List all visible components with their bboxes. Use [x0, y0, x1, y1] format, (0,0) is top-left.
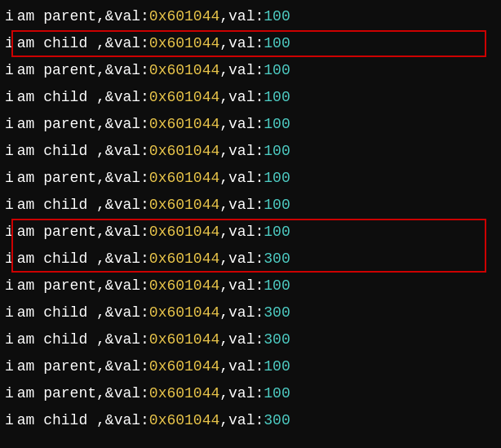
terminal-output: i am parent,&val: 0x601044,val: 100i am …	[0, 0, 501, 448]
terminal-line: i am child ,&val: 0x601044,val: 300	[5, 407, 496, 434]
line-indicator: i	[5, 246, 14, 273]
line-text: am parent,&val:	[17, 380, 149, 407]
line-val: 100	[264, 57, 290, 84]
line-text: am child ,&val:	[17, 192, 149, 219]
terminal-line: i am parent,&val: 0x601044,val: 100	[5, 219, 496, 246]
terminal-line: i am parent,&val: 0x601044,val: 100	[5, 353, 496, 380]
line-indicator: i	[5, 380, 14, 407]
line-comma: ,val:	[219, 299, 264, 326]
line-comma: ,val:	[219, 165, 264, 192]
line-comma: ,val:	[219, 3, 264, 30]
terminal-line: i am parent,&val: 0x601044,val: 100	[5, 165, 496, 192]
line-val: 100	[264, 353, 290, 380]
line-text: am parent,&val:	[17, 219, 149, 246]
line-addr: 0x601044	[149, 30, 219, 57]
line-comma: ,val:	[219, 380, 264, 407]
line-indicator: i	[5, 30, 14, 57]
line-text: am parent,&val:	[17, 3, 149, 30]
line-val: 300	[264, 299, 290, 326]
line-addr: 0x601044	[149, 353, 219, 380]
line-comma: ,val:	[219, 57, 264, 84]
line-addr: 0x601044	[149, 273, 219, 299]
line-comma: ,val:	[219, 246, 264, 273]
line-comma: ,val:	[219, 30, 264, 57]
line-indicator: i	[5, 219, 14, 246]
terminal-line: i am child ,&val: 0x601044,val: 100	[5, 192, 496, 219]
line-text: am child ,&val:	[17, 407, 149, 434]
line-val: 100	[264, 273, 290, 299]
line-addr: 0x601044	[149, 84, 219, 111]
line-text: am child ,&val:	[17, 246, 149, 273]
line-addr: 0x601044	[149, 165, 219, 192]
line-indicator: i	[5, 165, 14, 192]
line-addr: 0x601044	[149, 407, 219, 434]
line-text: am parent,&val:	[17, 111, 149, 138]
line-val: 300	[264, 407, 290, 434]
terminal-line: i am parent,&val: 0x601044,val: 100	[5, 111, 496, 138]
line-indicator: i	[5, 192, 14, 219]
terminal-line: i am child ,&val: 0x601044,val: 300	[5, 326, 496, 353]
line-val: 100	[264, 165, 290, 192]
line-text: am child ,&val:	[17, 30, 149, 57]
line-comma: ,val:	[219, 138, 264, 165]
line-indicator: i	[5, 299, 14, 326]
line-text: am parent,&val:	[17, 57, 149, 84]
line-val: 100	[264, 219, 290, 246]
line-comma: ,val:	[219, 273, 264, 299]
line-indicator: i	[5, 353, 14, 380]
line-text: am child ,&val:	[17, 84, 149, 111]
terminal-line: i am parent,&val: 0x601044,val: 100	[5, 380, 496, 407]
line-text: am parent,&val:	[17, 353, 149, 380]
terminal-line: i am parent,&val: 0x601044,val: 100	[5, 3, 496, 30]
line-comma: ,val:	[219, 84, 264, 111]
line-val: 300	[264, 326, 290, 353]
line-addr: 0x601044	[149, 57, 219, 84]
line-val: 300	[264, 246, 290, 273]
terminal-line: i am child ,&val: 0x601044,val: 300	[5, 299, 496, 326]
terminal-line: i am child ,&val: 0x601044,val: 100	[5, 138, 496, 165]
line-indicator: i	[5, 57, 14, 84]
line-indicator: i	[5, 111, 14, 138]
line-val: 100	[264, 192, 290, 219]
line-addr: 0x601044	[149, 192, 219, 219]
terminal-line: i am child ,&val: 0x601044,val: 300	[5, 246, 496, 273]
line-addr: 0x601044	[149, 111, 219, 138]
line-comma: ,val:	[219, 407, 264, 434]
line-indicator: i	[5, 3, 14, 30]
line-comma: ,val:	[219, 326, 264, 353]
line-val: 100	[264, 30, 290, 57]
line-addr: 0x601044	[149, 380, 219, 407]
terminal-line: i am child ,&val: 0x601044,val: 100	[5, 30, 496, 57]
line-comma: ,val:	[219, 219, 264, 246]
line-addr: 0x601044	[149, 219, 219, 246]
line-text: am child ,&val:	[17, 138, 149, 165]
line-indicator: i	[5, 407, 14, 434]
line-indicator: i	[5, 273, 14, 299]
line-addr: 0x601044	[149, 138, 219, 165]
line-val: 100	[264, 138, 290, 165]
line-comma: ,val:	[219, 353, 264, 380]
line-comma: ,val:	[219, 192, 264, 219]
line-addr: 0x601044	[149, 3, 219, 30]
line-val: 100	[264, 111, 290, 138]
line-comma: ,val:	[219, 111, 264, 138]
line-addr: 0x601044	[149, 246, 219, 273]
line-text: am child ,&val:	[17, 299, 149, 326]
line-indicator: i	[5, 326, 14, 353]
line-val: 100	[264, 84, 290, 111]
terminal-line: i am child ,&val: 0x601044,val: 100	[5, 84, 496, 111]
line-text: am child ,&val:	[17, 326, 149, 353]
line-addr: 0x601044	[149, 299, 219, 326]
line-val: 100	[264, 3, 290, 30]
line-indicator: i	[5, 138, 14, 165]
line-text: am parent,&val:	[17, 165, 149, 192]
line-addr: 0x601044	[149, 326, 219, 353]
line-indicator: i	[5, 84, 14, 111]
terminal-line: i am parent,&val: 0x601044,val: 100	[5, 57, 496, 84]
line-val: 100	[264, 380, 290, 407]
terminal-line: i am parent,&val: 0x601044,val: 100	[5, 273, 496, 299]
line-text: am parent,&val:	[17, 273, 149, 299]
